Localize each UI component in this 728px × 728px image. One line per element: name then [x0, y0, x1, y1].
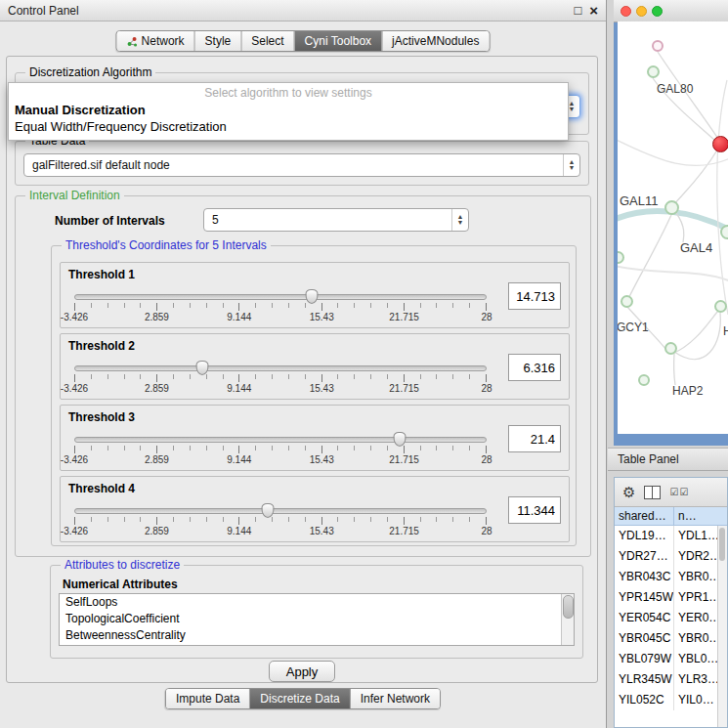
table-row[interactable]: YBR045CYBR0…: [615, 628, 727, 649]
list-item[interactable]: BetweennessCentrality: [60, 627, 574, 644]
node-label: GAL4: [680, 240, 712, 255]
apply-button[interactable]: Apply: [269, 661, 335, 682]
cell[interactable]: YBL079W: [615, 649, 674, 669]
table-row[interactable]: YLR345WYLR3…: [615, 669, 727, 690]
float-window-icon[interactable]: □: [574, 5, 581, 17]
slider-thumb[interactable]: [196, 361, 209, 375]
cell[interactable]: YER054C: [615, 608, 674, 628]
list-scrollbar[interactable]: [561, 594, 574, 645]
table-row[interactable]: YBL079WYBL0…: [615, 649, 727, 669]
tick-label: -3.426: [61, 383, 88, 394]
column-header-name[interactable]: n…: [674, 507, 727, 525]
close-traffic-light[interactable]: [621, 6, 631, 17]
threshold-value-field[interactable]: [508, 282, 561, 310]
table-body[interactable]: YDL19…YDL1… YDR27…YDR2… YBR043CYBR0… YPR…: [615, 526, 727, 727]
table-header-row: shared… n…: [615, 507, 727, 526]
table-row[interactable]: YER054CYER0…: [615, 608, 727, 628]
scrollbar-thumb[interactable]: [719, 528, 725, 561]
tick-label: -3.426: [61, 526, 88, 536]
threshold-slider[interactable]: -3.426 2.859 9.144 15.43 21.715 28: [74, 437, 487, 466]
slider-track[interactable]: [74, 294, 487, 300]
threshold-value-field[interactable]: [508, 425, 561, 452]
network-window-titlebar[interactable]: [614, 0, 728, 22]
tick-label: 15.43: [310, 454, 334, 465]
table-scrollbar[interactable]: [717, 526, 727, 727]
tab-label: Network: [142, 34, 185, 48]
cell[interactable]: YIL052C: [615, 690, 674, 710]
tab-cyni-toolbox[interactable]: Cyni Toolbox: [294, 31, 381, 51]
control-panel-titlebar[interactable]: Control Panel □ ×: [0, 0, 606, 21]
slider-track[interactable]: [74, 437, 487, 443]
slider-thumb[interactable]: [393, 432, 406, 447]
node-label: GAL80: [657, 82, 693, 96]
tab-impute-data[interactable]: Impute Data: [166, 689, 249, 708]
threshold-slider[interactable]: -3.426 2.859 9.144 15.43 21.715 28: [74, 508, 487, 537]
threshold-value-field[interactable]: [508, 354, 561, 381]
network-node[interactable]: [638, 374, 650, 386]
threshold-slider[interactable]: -3.426 2.859 9.144 15.43 21.715 28: [74, 365, 487, 395]
column-header-shared[interactable]: shared…: [615, 507, 674, 525]
network-node[interactable]: [714, 300, 727, 313]
tab-discretize-data[interactable]: Discretize Data: [249, 689, 349, 708]
network-view-window: GAL80 GAL11 GAL4 GCY1 H HAP2: [614, 0, 728, 446]
close-icon[interactable]: ×: [589, 5, 598, 17]
select-columns-icons[interactable]: ☑☑: [669, 487, 689, 497]
network-node[interactable]: [647, 65, 660, 78]
cell[interactable]: YDR27…: [615, 546, 674, 567]
network-node[interactable]: [652, 40, 664, 52]
bottom-tab-bar: Impute Data Discretize Data Infer Networ…: [165, 688, 441, 709]
slider-thumb[interactable]: [306, 289, 319, 304]
slider-tick-labels: -3.426 2.859 9.144 15.43 21.715 28: [74, 526, 487, 537]
threshold-slider[interactable]: -3.426 2.859 9.144 15.43 21.715 28: [74, 294, 487, 323]
top-tab-bar: Network Style Select Cyni Toolbox jActiv…: [116, 30, 491, 52]
number-of-intervals-label: Number of Intervals: [55, 214, 165, 228]
node-label: GCY1: [618, 321, 649, 334]
tab-jactivemnodules[interactable]: jActiveMNodules: [381, 31, 489, 51]
number-of-intervals-combo[interactable]: 5 ▲ ▼: [203, 208, 469, 232]
network-node[interactable]: [664, 342, 677, 355]
tab-network[interactable]: Network: [117, 31, 194, 51]
slider-track[interactable]: [74, 508, 487, 514]
tab-style[interactable]: Style: [194, 31, 241, 51]
threshold-2-panel: Threshold 2 -3.426 2.859 9.144 15: [60, 333, 570, 400]
popup-option-manual[interactable]: Manual Discretization: [9, 102, 568, 118]
combo-stepper-icon: ▲ ▼: [563, 154, 579, 176]
window-title: Control Panel: [8, 4, 566, 18]
table-row[interactable]: YDR27…YDR2…: [615, 546, 727, 567]
list-item[interactable]: TopologicalCoefficient: [60, 611, 574, 627]
cell[interactable]: YBR045C: [615, 628, 674, 649]
table-row[interactable]: YIL052CYIL0…: [615, 690, 727, 710]
scrollbar-thumb[interactable]: [563, 595, 574, 619]
tab-infer-network[interactable]: Infer Network: [350, 689, 440, 708]
cell[interactable]: YDL19…: [615, 526, 674, 546]
table-row[interactable]: YDL19…YDL1…: [615, 526, 727, 546]
gear-icon[interactable]: ⚙: [622, 485, 635, 499]
show-columns-icon[interactable]: [644, 486, 661, 499]
table-panel-header[interactable]: Table Panel: [608, 448, 728, 471]
network-node[interactable]: [720, 225, 728, 239]
combo-stepper-icon: ▲ ▼: [451, 209, 468, 231]
numerical-attributes-list[interactable]: SelfLoops TopologicalCoefficient Between…: [59, 593, 575, 646]
tick-label: 2.859: [145, 383, 169, 394]
node-label: GAL11: [620, 193, 659, 208]
cell[interactable]: YBR043C: [615, 567, 674, 587]
table-toolbar: ⚙ ☑☑: [615, 478, 727, 507]
slider-thumb[interactable]: [262, 503, 275, 518]
selected-network-node[interactable]: [712, 136, 728, 152]
table-row[interactable]: YBR043CYBR0…: [615, 567, 727, 587]
network-node[interactable]: [621, 295, 633, 308]
cell[interactable]: YPR145W: [615, 587, 674, 608]
tick-label: 9.144: [227, 312, 251, 322]
list-item[interactable]: SelfLoops: [60, 594, 574, 611]
popup-option-equal-width[interactable]: Equal Width/Frequency Discretization: [9, 118, 568, 135]
cell[interactable]: YLR345W: [615, 669, 674, 690]
slider-track[interactable]: [74, 365, 487, 371]
network-canvas[interactable]: GAL80 GAL11 GAL4 GCY1 H HAP2: [618, 21, 728, 434]
table-row[interactable]: YPR145WYPR1…: [615, 587, 727, 608]
threshold-value-field[interactable]: [508, 496, 561, 524]
network-node[interactable]: [664, 200, 679, 215]
table-data-combo[interactable]: galFiltered.sif default node ▲ ▼: [23, 153, 580, 177]
tab-select[interactable]: Select: [240, 31, 293, 51]
zoom-traffic-light[interactable]: [652, 6, 663, 17]
minimize-traffic-light[interactable]: [636, 6, 647, 17]
